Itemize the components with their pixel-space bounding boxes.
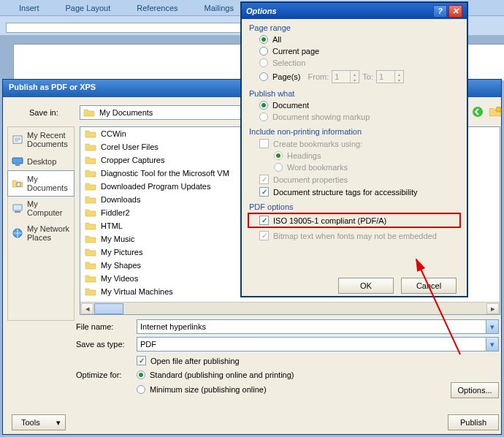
optimize-standard-row[interactable]: Standard (publishing online and printing… bbox=[137, 370, 294, 379]
back-button[interactable] bbox=[471, 105, 484, 118]
folder-icon bbox=[85, 128, 96, 140]
tools-button[interactable]: Tools ▾ bbox=[12, 414, 66, 430]
place-label: My Documents bbox=[27, 175, 70, 192]
page-range-group: Page range bbox=[242, 19, 467, 34]
place-network[interactable]: My Network Places bbox=[8, 221, 74, 246]
folder-icon bbox=[85, 194, 96, 205]
np-docprops-checkbox: ✓ bbox=[259, 175, 269, 184]
range-selection-row: Selection bbox=[242, 57, 467, 69]
folder-icon bbox=[85, 286, 96, 297]
np-doctags-checkbox[interactable]: ✓ bbox=[259, 187, 269, 197]
range-all-label: All bbox=[272, 35, 281, 44]
file-label: My Shapes bbox=[101, 261, 141, 270]
filename-dropdown-button[interactable]: ▾ bbox=[486, 320, 498, 333]
nonprinting-group: Include non-printing information bbox=[242, 123, 467, 137]
np-bookmarks-row: Create bookmarks using: bbox=[242, 137, 467, 150]
scroll-right-button[interactable]: ▸ bbox=[486, 303, 499, 314]
np-bookmarks-checkbox bbox=[259, 139, 269, 148]
place-mydocuments[interactable]: My Documents bbox=[7, 170, 75, 197]
file-label: Downloaded Program Updates bbox=[101, 182, 210, 191]
folder-icon bbox=[83, 107, 95, 118]
filename-field[interactable]: Internet hyperlinks ▾ bbox=[137, 319, 499, 334]
folder-icon bbox=[85, 233, 96, 245]
pw-document-radio[interactable] bbox=[259, 101, 268, 110]
place-desktop[interactable]: Desktop bbox=[8, 152, 74, 171]
np-headings-row: Headings bbox=[242, 150, 467, 162]
place-recent[interactable]: My Recent Documents bbox=[8, 127, 74, 152]
folder-icon bbox=[85, 141, 96, 153]
np-wordbm-row: Word bookmarks bbox=[242, 162, 467, 173]
options-dialog-titlebar: Options ? ✕ bbox=[242, 3, 467, 19]
file-label: Diagnostic Tool for the Microsoft VM bbox=[101, 169, 229, 178]
optimize-standard-radio[interactable] bbox=[137, 370, 145, 379]
savetype-label: Save as type: bbox=[76, 340, 125, 349]
optimize-minimum-row[interactable]: Minimum size (publishing online) bbox=[137, 385, 267, 394]
help-button[interactable]: ? bbox=[433, 5, 447, 18]
range-from-field[interactable]: 1▴▾ bbox=[332, 70, 359, 83]
svg-rect-5 bbox=[17, 183, 20, 186]
optimize-minimum-radio[interactable] bbox=[137, 385, 145, 394]
range-from-value: 1 bbox=[335, 72, 339, 81]
horizontal-scrollbar[interactable]: ◂ ▸ bbox=[80, 302, 500, 314]
svg-point-1 bbox=[496, 107, 501, 112]
range-pages-label: Page(s) bbox=[272, 72, 301, 81]
desktop-icon bbox=[12, 156, 23, 167]
open-after-checkbox[interactable]: ✓ bbox=[137, 356, 146, 365]
filename-value: Internet hyperlinks bbox=[140, 322, 206, 331]
range-current-row[interactable]: Current page bbox=[242, 45, 467, 57]
open-after-label: Open file after publishing bbox=[150, 357, 240, 365]
scroll-thumb[interactable] bbox=[94, 303, 123, 314]
publish-button[interactable]: Publish bbox=[448, 414, 499, 430]
spin-icon[interactable]: ▴▾ bbox=[350, 71, 359, 83]
range-all-row[interactable]: All bbox=[242, 34, 467, 45]
np-headings-label: Headings bbox=[287, 151, 321, 160]
range-current-radio[interactable] bbox=[259, 47, 268, 56]
folder-icon bbox=[85, 180, 96, 192]
np-doctags-row[interactable]: ✓Document structure tags for accessibili… bbox=[242, 186, 467, 198]
place-label: My Computer bbox=[27, 200, 70, 217]
tab-mailings[interactable]: Mailings bbox=[191, 1, 247, 15]
file-label: CCWin bbox=[101, 129, 126, 138]
range-to-field[interactable]: 1▴▾ bbox=[376, 70, 404, 83]
close-button[interactable]: ✕ bbox=[448, 5, 462, 18]
savein-value: My Documents bbox=[99, 108, 153, 117]
range-pages-row[interactable]: Page(s) From: 1▴▾ To: 1▴▾ bbox=[242, 69, 467, 85]
scroll-left-button[interactable]: ◂ bbox=[81, 303, 93, 314]
pdf-bitmap-checkbox: ✓ bbox=[259, 231, 269, 240]
range-current-label: Current page bbox=[272, 47, 319, 56]
range-from-label: From: bbox=[308, 72, 329, 81]
savetype-dropdown-button[interactable]: ▾ bbox=[486, 338, 498, 351]
pdf-bitmap-label: Bitmap text when fonts may not be embedd… bbox=[273, 232, 437, 240]
svg-rect-7 bbox=[15, 211, 20, 213]
ok-button[interactable]: OK bbox=[338, 278, 394, 294]
svg-point-0 bbox=[473, 107, 483, 117]
file-label: Fiddler2 bbox=[101, 208, 130, 217]
cancel-button[interactable]: Cancel bbox=[401, 278, 457, 294]
pw-document-row[interactable]: Document bbox=[242, 99, 467, 111]
tab-insert[interactable]: Insert bbox=[6, 1, 53, 15]
tab-page-layout[interactable]: Page Layout bbox=[53, 1, 124, 15]
pw-document-label: Document bbox=[272, 101, 309, 110]
folder-icon bbox=[85, 246, 96, 258]
range-all-radio[interactable] bbox=[259, 35, 268, 44]
new-folder-button[interactable] bbox=[489, 105, 502, 118]
place-mycomputer[interactable]: My Computer bbox=[8, 196, 74, 221]
svg-rect-6 bbox=[13, 205, 22, 210]
mydocs-icon bbox=[12, 178, 23, 189]
folder-icon bbox=[85, 220, 96, 232]
options-button[interactable]: Options... bbox=[451, 382, 499, 398]
pdf-iso-checkbox[interactable]: ✓ bbox=[259, 216, 269, 225]
savetype-field[interactable]: PDF ▾ bbox=[137, 337, 499, 352]
file-label: My Music bbox=[101, 235, 134, 243]
tab-references[interactable]: References bbox=[123, 1, 191, 15]
range-pages-radio[interactable] bbox=[259, 72, 268, 81]
spin-icon[interactable]: ▴▾ bbox=[394, 71, 403, 83]
pdf-iso-row[interactable]: ✓ISO 19005-1 compliant (PDF/A) bbox=[249, 215, 459, 226]
file-label: My Pictures bbox=[101, 248, 142, 256]
open-after-row[interactable]: ✓ Open file after publishing bbox=[137, 356, 240, 365]
optimize-standard-label: Standard (publishing online and printing… bbox=[150, 370, 294, 379]
recent-icon bbox=[12, 134, 23, 145]
file-label: Cropper Captures bbox=[101, 156, 164, 164]
tools-label: Tools bbox=[21, 418, 40, 427]
file-label: My Videos bbox=[101, 274, 138, 283]
